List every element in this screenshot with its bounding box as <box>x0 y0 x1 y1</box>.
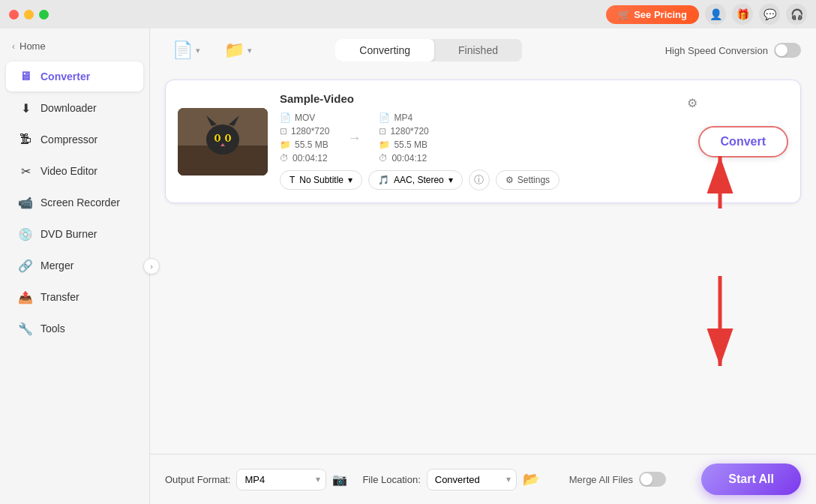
merge-toggle-switch[interactable] <box>639 472 666 487</box>
card-gear-icon[interactable]: ⚙ <box>682 92 703 113</box>
source-specs: 📄 MOV ⊡ 1280*720 📁 55.5 MB <box>280 112 329 164</box>
app-layout: ‹ Home 🖥 Converter ⬇ Downloader 🗜 Compre… <box>0 28 816 504</box>
video-card: Sample-Video 📄 MOV ⊡ 1280*720 <box>165 80 801 203</box>
file-location-select[interactable]: Converted <box>427 469 517 490</box>
tab-finished[interactable]: Finished <box>434 39 522 62</box>
sidebar-screen-recorder-label: Screen Recorder <box>40 196 120 208</box>
video-title: Sample-Video <box>280 92 788 105</box>
subtitle-dropdown-arrow: ▾ <box>348 175 352 185</box>
sidebar-item-compressor[interactable]: 🗜 Compressor <box>6 124 143 154</box>
svg-point-2 <box>206 124 239 154</box>
source-duration-row: ⏱ 00:04:12 <box>280 153 329 164</box>
sidebar-item-converter[interactable]: 🖥 Converter <box>6 62 143 92</box>
audio-waveform-icon: 🎵 <box>378 175 389 185</box>
titlebar-actions: 🛒 See Pricing 👤 🎁 💬 🎧 <box>606 0 816 28</box>
output-duration-row: ⏱ 00:04:12 <box>379 153 428 164</box>
sidebar-item-dvd-burner[interactable]: 💿 DVD Burner <box>6 219 143 249</box>
content-area: Sample-Video 📄 MOV ⊡ 1280*720 <box>150 72 816 454</box>
output-duration: 00:04:12 <box>392 153 427 164</box>
source-format-row: 📄 MOV <box>280 112 329 123</box>
add-file-icon: 📄 <box>172 40 193 60</box>
window-controls <box>9 10 49 20</box>
sidebar-item-tools[interactable]: 🔧 Tools <box>6 314 143 344</box>
sidebar-converter-label: Converter <box>40 70 90 82</box>
source-size-row: 📁 55.5 MB <box>280 140 329 150</box>
tools-icon: 🔧 <box>18 321 33 336</box>
output-specs: 📄 MP4 ⊡ 1280*720 📁 55.5 MB <box>379 112 428 164</box>
resolution-icon-src: ⊡ <box>280 126 287 136</box>
sidebar-compressor-label: Compressor <box>40 134 98 146</box>
sidebar-item-merger[interactable]: 🔗 Merger <box>6 250 143 280</box>
video-thumbnail <box>178 108 268 176</box>
add-file-dropdown-arrow: ▾ <box>196 46 200 56</box>
start-all-button[interactable]: Start All <box>701 464 801 495</box>
output-format-label: Output Format: <box>165 474 230 485</box>
file-icon-out: 📄 <box>379 112 390 123</box>
sidebar-transfer-label: Transfer <box>40 291 80 303</box>
conversion-arrow: → <box>341 130 367 146</box>
convert-button[interactable]: Convert <box>698 126 788 158</box>
toolbar: 📄 ▾ 📁 ▾ Converting Finished High Speed C… <box>150 28 816 72</box>
output-format-field: Output Format: MP4 📷 <box>165 469 347 490</box>
add-folder-icon: 📁 <box>224 40 244 60</box>
chat-icon[interactable]: 💬 <box>759 4 780 25</box>
downloader-icon: ⬇ <box>18 100 33 116</box>
sidebar-item-screen-recorder[interactable]: 📹 Screen Recorder <box>6 188 143 218</box>
tabs-container: Converting Finished <box>335 39 522 62</box>
toggle-knob <box>776 44 788 56</box>
resolution-icon-out: ⊡ <box>379 126 386 136</box>
sidebar-video-editor-label: Video Editor <box>40 165 98 177</box>
minimize-button[interactable] <box>24 10 34 20</box>
screen-recorder-icon: 📹 <box>18 195 33 210</box>
compressor-icon: 🗜 <box>18 132 33 147</box>
tab-converting[interactable]: Converting <box>335 39 434 62</box>
user-icon[interactable]: 👤 <box>705 4 726 25</box>
output-format-camera-icon: 📷 <box>332 472 347 487</box>
source-resolution-row: ⊡ 1280*720 <box>280 126 329 136</box>
output-format-row: 📄 MP4 <box>379 112 428 123</box>
back-home-button[interactable]: ‹ Home <box>0 34 149 58</box>
source-resolution: 1280*720 <box>291 126 329 136</box>
sidebar-item-video-editor[interactable]: ✂ Video Editor <box>6 156 143 186</box>
file-location-label: File Location: <box>362 474 420 485</box>
high-speed-toggle[interactable] <box>774 43 801 58</box>
gift-icon[interactable]: 🎁 <box>732 4 753 25</box>
merge-all-label: Merge All Files <box>569 474 633 485</box>
size-icon-src: 📁 <box>280 140 291 150</box>
audio-dropdown[interactable]: 🎵 AAC, Stereo ▾ <box>368 170 463 190</box>
file-location-folder-icon[interactable]: 📂 <box>523 471 539 488</box>
output-resolution-row: ⊡ 1280*720 <box>379 126 428 136</box>
support-icon[interactable]: 🎧 <box>786 4 807 25</box>
sidebar-item-transfer[interactable]: 📤 Transfer <box>6 282 143 312</box>
see-pricing-button[interactable]: 🛒 See Pricing <box>606 5 699 24</box>
output-format-select[interactable]: MP4 <box>236 469 326 490</box>
sidebar: ‹ Home 🖥 Converter ⬇ Downloader 🗜 Compre… <box>0 28 150 504</box>
video-controls: T No Subtitle ▾ 🎵 AAC, Stereo ▾ ⓘ <box>280 170 788 190</box>
close-button[interactable] <box>9 10 19 20</box>
subtitle-dropdown[interactable]: T No Subtitle ▾ <box>280 170 362 190</box>
duration-icon-out: ⏱ <box>379 153 388 164</box>
sidebar-dvd-burner-label: DVD Burner <box>40 228 97 240</box>
main-content: 📄 ▾ 📁 ▾ Converting Finished High Speed C… <box>150 28 816 504</box>
output-resolution: 1280*720 <box>390 126 428 136</box>
output-format: MP4 <box>394 112 412 123</box>
merge-toggle-knob <box>640 473 652 485</box>
add-folder-button[interactable]: 📁 ▾ <box>217 36 260 64</box>
audio-label: AAC, Stereo <box>394 175 444 185</box>
add-file-button[interactable]: 📄 ▾ <box>165 36 208 64</box>
sidebar-merger-label: Merger <box>40 260 74 272</box>
maximize-button[interactable] <box>39 10 49 20</box>
cart-icon: 🛒 <box>618 9 630 20</box>
file-location-select-wrapper: Converted <box>427 469 517 490</box>
sidebar-collapse-button[interactable]: › <box>143 258 160 274</box>
sidebar-downloader-label: Downloader <box>40 102 97 114</box>
svg-point-7 <box>217 135 219 141</box>
info-button[interactable]: ⓘ <box>469 170 490 190</box>
source-format: MOV <box>295 112 315 123</box>
output-size: 55.5 MB <box>394 140 428 150</box>
back-home-label: Home <box>20 40 46 52</box>
convert-button-container: Convert <box>698 126 788 158</box>
duration-icon-src: ⏱ <box>280 153 289 164</box>
sidebar-item-downloader[interactable]: ⬇ Downloader <box>6 93 143 123</box>
settings-button[interactable]: ⚙ Settings <box>496 170 560 190</box>
